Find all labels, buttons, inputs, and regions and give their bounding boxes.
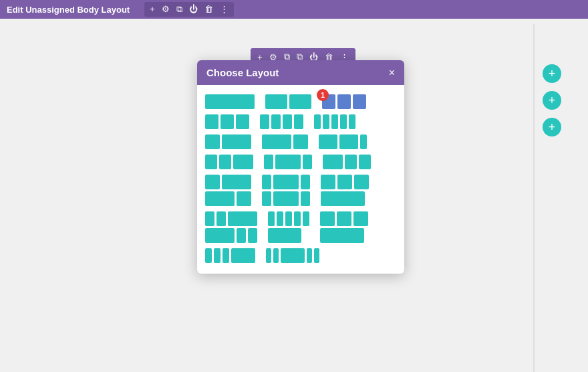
- duplicate-icon[interactable]: ⧉: [176, 4, 182, 15]
- layout-row-5: [205, 175, 396, 206]
- selected-badge: 1: [317, 89, 329, 101]
- layout-row-4: [205, 155, 396, 169]
- layout-1col[interactable]: [205, 94, 255, 109]
- layout-2col-medium[interactable]: [319, 134, 367, 149]
- layout-2col-equal[interactable]: [265, 94, 311, 109]
- layout-5col[interactable]: [314, 114, 355, 129]
- layout-stacked-3[interactable]: [321, 175, 369, 206]
- layout-row-1: 1: [205, 94, 396, 109]
- layout-5col-unequal[interactable]: [266, 248, 319, 263]
- more-icon[interactable]: ⋮: [220, 4, 229, 15]
- layout-3plus1[interactable]: [320, 211, 368, 243]
- delete-icon[interactable]: 🗑: [204, 4, 213, 15]
- modal-header: Choose Layout ×: [197, 60, 404, 85]
- layout-row-7: [205, 248, 396, 263]
- vertical-divider: [533, 24, 535, 372]
- right-add-button-1[interactable]: +: [543, 64, 561, 83]
- modal-body: 1: [197, 85, 404, 274]
- layout-3col-equal[interactable]: 1: [322, 94, 366, 109]
- choose-layout-modal: Choose Layout × 1: [197, 60, 404, 274]
- top-toolbar: Edit Unassigned Body Layout + ⚙ ⧉ ⏻ 🗑 ⋮: [0, 0, 588, 19]
- modal-close-button[interactable]: ×: [389, 68, 395, 78]
- layout-5col-stacked[interactable]: [268, 211, 309, 243]
- layout-3col-2-1-1[interactable]: [323, 155, 371, 169]
- layout-2col-2-1[interactable]: [262, 134, 308, 149]
- toolbar-icons: + ⚙ ⧉ ⏻ 🗑 ⋮: [144, 2, 234, 17]
- layout-2col-1-2[interactable]: [205, 134, 251, 149]
- right-add-buttons: + + +: [543, 64, 561, 136]
- toolbar-title: Edit Unassigned Body Layout: [7, 5, 130, 15]
- layout-3col-1-1-2[interactable]: [205, 155, 253, 169]
- layout-row-2: [205, 114, 396, 129]
- layout-4col-stacked[interactable]: [205, 211, 257, 243]
- right-add-button-2[interactable]: +: [543, 91, 561, 110]
- layout-3col-1-2-1[interactable]: [264, 155, 312, 169]
- right-add-button-3[interactable]: +: [543, 118, 561, 136]
- add-icon[interactable]: +: [150, 4, 155, 15]
- layout-stacked-2[interactable]: [262, 175, 310, 206]
- layout-row-6: [205, 211, 396, 243]
- layout-4col-unequal[interactable]: [205, 248, 255, 263]
- power-icon[interactable]: ⏻: [189, 4, 198, 15]
- settings-icon[interactable]: ⚙: [162, 4, 170, 15]
- modal-title: Choose Layout: [206, 67, 279, 78]
- layout-4col[interactable]: [260, 114, 303, 129]
- layout-3col-small[interactable]: [205, 114, 249, 129]
- layout-stacked-1[interactable]: [205, 175, 251, 206]
- layout-row-3: [205, 134, 396, 149]
